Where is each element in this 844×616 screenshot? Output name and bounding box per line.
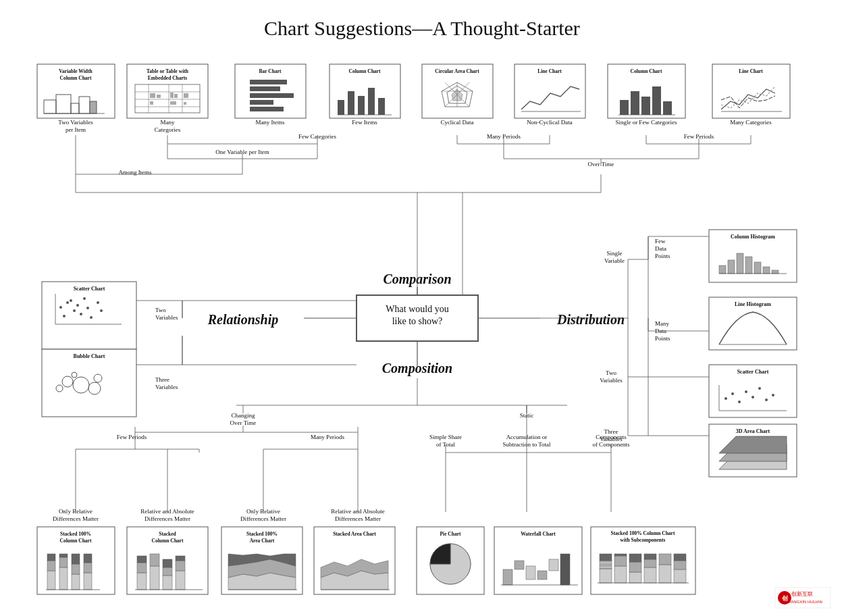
svg-rect-38 xyxy=(358,96,365,115)
svg-rect-304 xyxy=(515,561,524,569)
svg-rect-3 xyxy=(44,100,56,113)
svg-rect-31 xyxy=(250,93,294,98)
svg-text:Variables: Variables xyxy=(155,384,178,390)
svg-text:Differences Matter: Differences Matter xyxy=(144,515,190,522)
svg-rect-279 xyxy=(163,575,172,590)
title-text: Chart Suggestions—A Thought-Starter xyxy=(264,17,580,39)
svg-rect-36 xyxy=(338,100,344,115)
svg-rect-324 xyxy=(644,567,656,583)
svg-text:Bar Chart: Bar Chart xyxy=(259,68,282,74)
svg-text:Variable: Variable xyxy=(604,257,625,264)
svg-point-128 xyxy=(70,299,72,302)
svg-point-147 xyxy=(62,376,73,387)
svg-point-300 xyxy=(430,544,471,584)
svg-rect-321 xyxy=(629,572,641,583)
svg-rect-303 xyxy=(503,569,512,585)
svg-rect-260 xyxy=(47,554,55,561)
svg-rect-298 xyxy=(417,527,484,594)
svg-text:Table or Table with: Table or Table with xyxy=(147,68,189,74)
svg-text:Points: Points xyxy=(655,253,670,259)
svg-rect-170 xyxy=(772,270,779,274)
svg-text:Waterfall Chart: Waterfall Chart xyxy=(521,531,556,537)
svg-rect-255 xyxy=(37,527,115,594)
svg-text:创: 创 xyxy=(781,595,788,602)
svg-rect-314 xyxy=(600,561,612,569)
svg-text:Differences Matter: Differences Matter xyxy=(53,515,99,522)
svg-marker-291 xyxy=(228,554,296,566)
svg-marker-209 xyxy=(719,436,787,453)
svg-rect-277 xyxy=(150,566,159,590)
svg-rect-4 xyxy=(56,95,71,113)
svg-text:Line Histogram: Line Histogram xyxy=(735,301,771,307)
svg-text:Composition: Composition xyxy=(382,361,452,376)
svg-point-193 xyxy=(745,390,747,393)
svg-text:Column Chart: Column Chart xyxy=(631,68,662,74)
svg-rect-166 xyxy=(737,253,743,274)
svg-text:Column Chart: Column Chart xyxy=(60,75,92,81)
svg-text:Embedded Charts: Embedded Charts xyxy=(148,75,188,81)
svg-text:Categories: Categories xyxy=(155,126,181,133)
svg-point-148 xyxy=(73,377,89,393)
svg-marker-46 xyxy=(452,89,463,101)
svg-rect-275 xyxy=(137,563,147,573)
svg-rect-326 xyxy=(644,554,656,559)
svg-rect-37 xyxy=(348,91,354,115)
svg-text:Variable Width: Variable Width xyxy=(59,68,93,74)
svg-rect-169 xyxy=(763,267,770,274)
svg-rect-331 xyxy=(674,554,686,561)
svg-text:Stacked 100%: Stacked 100% xyxy=(60,531,91,537)
svg-marker-296 xyxy=(321,559,388,578)
svg-point-127 xyxy=(73,309,76,312)
svg-text:Scatter Chart: Scatter Chart xyxy=(74,286,105,292)
svg-rect-333 xyxy=(775,588,830,608)
svg-rect-281 xyxy=(163,559,172,567)
svg-rect-310 xyxy=(591,527,695,594)
svg-text:Over Time: Over Time xyxy=(230,419,257,426)
svg-point-130 xyxy=(76,304,79,307)
svg-text:Three: Three xyxy=(155,376,169,383)
svg-rect-39 xyxy=(368,88,375,115)
svg-point-135 xyxy=(90,316,93,319)
svg-rect-24 xyxy=(150,101,153,105)
svg-text:Scatter Chart: Scatter Chart xyxy=(737,369,769,375)
svg-text:Few: Few xyxy=(655,238,666,245)
svg-text:Variables: Variables xyxy=(155,314,178,321)
svg-rect-278 xyxy=(150,554,159,566)
svg-text:Three: Three xyxy=(604,428,618,435)
svg-point-149 xyxy=(94,374,102,382)
svg-rect-315 xyxy=(600,554,612,561)
svg-rect-271 xyxy=(127,527,208,594)
svg-rect-59 xyxy=(652,86,661,115)
svg-marker-295 xyxy=(321,571,388,590)
svg-point-196 xyxy=(765,399,768,401)
svg-text:Relative and Absolute: Relative and Absolute xyxy=(331,508,384,515)
svg-text:Subtraction to Total: Subtraction to Total xyxy=(502,441,551,448)
svg-text:Static: Static xyxy=(520,412,534,419)
svg-rect-58 xyxy=(641,97,650,115)
svg-rect-21 xyxy=(170,93,174,98)
svg-rect-284 xyxy=(176,556,185,561)
svg-rect-33 xyxy=(250,107,284,111)
svg-text:Among Items: Among Items xyxy=(118,169,152,176)
svg-marker-207 xyxy=(719,453,787,469)
svg-rect-318 xyxy=(614,566,627,583)
svg-text:CHUANGXIN HULIAN: CHUANGXIN HULIAN xyxy=(782,600,822,604)
svg-rect-328 xyxy=(659,554,671,565)
svg-rect-42 xyxy=(422,64,493,118)
svg-point-129 xyxy=(80,313,82,315)
svg-point-334 xyxy=(778,591,791,605)
svg-rect-60 xyxy=(663,101,672,115)
svg-text:Many Items: Many Items xyxy=(255,119,285,126)
svg-marker-45 xyxy=(447,86,467,103)
svg-text:Single or Few Categories: Single or Few Categories xyxy=(615,119,677,126)
svg-text:Relative and Absolute: Relative and Absolute xyxy=(140,508,194,515)
diagram-svg: Chart Suggestions—A Thought-Starter Vari… xyxy=(0,0,844,616)
svg-rect-30 xyxy=(250,86,280,91)
svg-text:Simple Share: Simple Share xyxy=(429,434,462,440)
svg-text:Points: Points xyxy=(655,335,670,342)
svg-rect-188 xyxy=(709,365,797,417)
svg-rect-325 xyxy=(644,559,656,567)
svg-text:Variables: Variables xyxy=(600,377,623,384)
svg-point-192 xyxy=(738,401,741,403)
svg-rect-5 xyxy=(71,103,79,113)
